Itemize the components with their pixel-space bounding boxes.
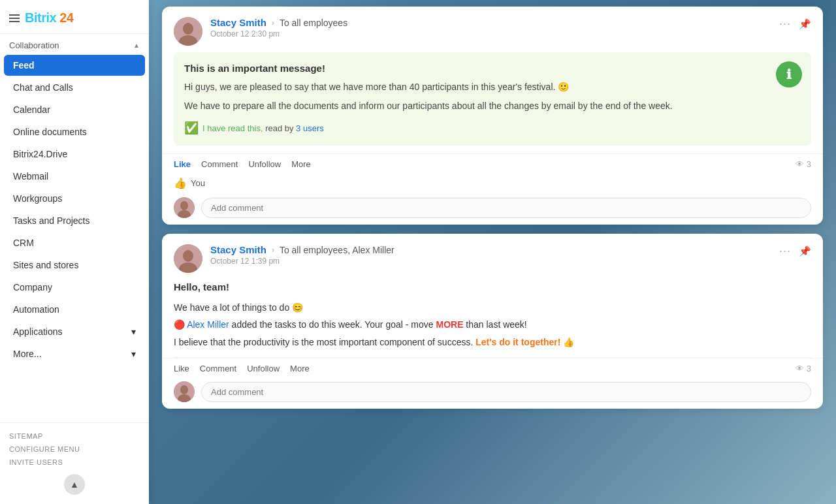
views-count-2: 3	[807, 364, 811, 373]
post-author-row: Stacy Smith › To all employees October 1…	[174, 17, 347, 46]
like-row-1: 👍 You	[174, 174, 811, 195]
post-body-text-2: added the tasks to do this week. Your go…	[232, 319, 436, 330]
check-circle-icon: ✅	[184, 121, 199, 135]
sidebar-item-label: Bitrix24.Drive	[13, 149, 67, 159]
unfollow-button-2[interactable]: Unfollow	[247, 364, 280, 373]
brand-logo: Bitrix 24	[25, 10, 73, 25]
post-time-2: October 12 1:39 pm	[210, 257, 394, 266]
unfollow-button-1[interactable]: Unfollow	[248, 159, 281, 169]
sidebar-item-webmail[interactable]: Webmail	[4, 166, 145, 187]
sidebar-item-online-docs[interactable]: Online documents	[4, 121, 145, 142]
alert-emoji: 🔴	[174, 319, 187, 330]
svg-point-4	[180, 201, 188, 210]
lets-do-it: Let's do it together! 👍	[475, 337, 574, 347]
svg-point-1	[183, 23, 193, 35]
post-header-1: Stacy Smith › To all employees October 1…	[162, 7, 823, 52]
post-body-2: Hello, team! We have a lot of things to …	[162, 279, 823, 357]
pin-icon-2[interactable]: 📌	[799, 245, 811, 257]
sidebar-item-tasks[interactable]: Tasks and Projects	[4, 210, 145, 231]
like-you-label[interactable]: You	[191, 178, 205, 188]
pin-icon-1[interactable]: 📌	[799, 18, 811, 30]
eye-icon-1: 👁	[796, 159, 804, 169]
sidebar-item-label: CRM	[13, 238, 34, 248]
read-this-link[interactable]: I have read this,	[202, 123, 263, 133]
sidebar-item-label: Workgroups	[13, 193, 62, 204]
more-button-2[interactable]: More	[290, 364, 310, 373]
post-header-2: Stacy Smith › To all employees, Alex Mil…	[162, 234, 823, 279]
comment-row-1	[174, 195, 811, 218]
sidebar-item-sites[interactable]: Sites and stores	[4, 255, 145, 276]
hamburger-icon[interactable]	[9, 14, 20, 22]
sidebar-bottom: SITEMAP CONFIGURE MENU INVITE USERS ▲	[0, 422, 149, 504]
sidebar-item-calendar[interactable]: Calendar	[4, 99, 145, 120]
views-count-1: 3	[807, 159, 811, 169]
sidebar-item-label: Company	[13, 282, 52, 292]
configure-menu-link[interactable]: CONFIGURE MENU	[9, 443, 140, 456]
read-text: I have read this, read by 3 users	[202, 123, 324, 133]
post-recipient-1: To all employees	[280, 18, 347, 28]
post-menu-button-1[interactable]: ···	[779, 17, 791, 31]
comment-button-1[interactable]: Comment	[201, 159, 238, 169]
avatar-stacy-post1	[174, 17, 202, 46]
sidebar-item-label: Tasks and Projects	[13, 215, 90, 226]
brand-number: 24	[56, 10, 73, 25]
comment-avatar-2	[174, 381, 195, 402]
sidebar-item-company[interactable]: Company	[4, 277, 145, 298]
sitemap-link[interactable]: SITEMAP	[9, 430, 140, 443]
post-author-name-1[interactable]: Stacy Smith	[210, 17, 266, 28]
comment-avatar-1	[174, 197, 195, 218]
collaboration-section[interactable]: Collaboration ▲	[0, 34, 149, 54]
comment-input-1[interactable]	[201, 198, 811, 218]
post-author-arrow-2: ›	[272, 245, 274, 255]
message-body-1: Hi guys, we are pleased to say that we h…	[184, 80, 801, 113]
sidebar-item-label: Chat and Calls	[13, 82, 73, 93]
sidebar-item-label: Sites and stores	[13, 260, 78, 270]
brand-name-text: Bitrix	[25, 10, 56, 25]
message-box-1: ℹ This is an important message! Hi guys,…	[174, 52, 811, 146]
sidebar-item-feed[interactable]: Feed	[4, 55, 145, 76]
scroll-up-button[interactable]: ▲	[64, 474, 85, 495]
sidebar: Bitrix 24 Collaboration ▲ Feed Chat and …	[0, 0, 149, 504]
post-body-text-3: than last week!	[466, 319, 526, 330]
sidebar-item-automation[interactable]: Automation	[4, 299, 145, 320]
post-line-2: 🔴 Alex Miller added the tasks to do this…	[174, 317, 811, 332]
more-button-1[interactable]: More	[291, 159, 311, 169]
post-greeting: Hello, team!	[174, 279, 811, 295]
like-button-2[interactable]: Like	[174, 364, 189, 373]
sidebar-item-label: Calendar	[13, 104, 50, 115]
sidebar-item-workgroups[interactable]: Workgroups	[4, 188, 145, 209]
sidebar-header: Bitrix 24	[0, 0, 149, 34]
post-author-row-2: Stacy Smith › To all employees, Alex Mil…	[174, 244, 394, 273]
views-row-1: 👁 3	[796, 159, 811, 169]
post-top-actions-2: ··· 📌	[779, 244, 811, 258]
post-menu-button-2[interactable]: ···	[779, 244, 791, 258]
message-line-2: We have to prepare all the documents and…	[184, 99, 801, 113]
alex-miller-mention[interactable]: Alex Miller	[187, 319, 229, 330]
comment-input-2[interactable]	[201, 382, 811, 402]
message-title-1: This is an important message!	[184, 63, 801, 74]
svg-point-7	[183, 250, 193, 262]
sidebar-item-more[interactable]: More... ▾	[4, 343, 145, 364]
like-button-1[interactable]: Like	[174, 159, 191, 169]
post-footer-actions-1: Like Comment Unfollow More 👁 3	[174, 159, 811, 174]
post-top-actions: ··· 📌	[779, 17, 811, 31]
post-footer-actions-2: Like Comment Unfollow More 👁 3	[174, 364, 811, 379]
read-users-link[interactable]: 3 users	[296, 123, 324, 133]
section-label: Collaboration	[9, 40, 59, 50]
read-suffix: read by	[265, 123, 296, 133]
post-author-arrow: ›	[272, 18, 274, 27]
invite-users-link[interactable]: INVITE USERS	[9, 456, 140, 469]
post-footer-2: Like Comment Unfollow More 👁 3	[162, 358, 823, 409]
sidebar-item-label: Online documents	[13, 127, 87, 137]
post-card-1: Stacy Smith › To all employees October 1…	[162, 7, 823, 225]
post-author-name-2[interactable]: Stacy Smith	[210, 244, 266, 255]
sidebar-item-applications[interactable]: Applications ▾	[4, 321, 145, 342]
chevron-up-icon: ▲	[133, 42, 140, 49]
productivity-text: I believe that the productivity is the m…	[174, 337, 475, 347]
comment-button-2[interactable]: Comment	[200, 364, 236, 373]
sidebar-item-chat-calls[interactable]: Chat and Calls	[4, 77, 145, 98]
sidebar-item-crm[interactable]: CRM	[4, 232, 145, 253]
read-row: ✅ I have read this, read by 3 users	[184, 121, 801, 135]
chevron-down-icon: ▾	[131, 349, 136, 359]
sidebar-item-drive[interactable]: Bitrix24.Drive	[4, 144, 145, 165]
